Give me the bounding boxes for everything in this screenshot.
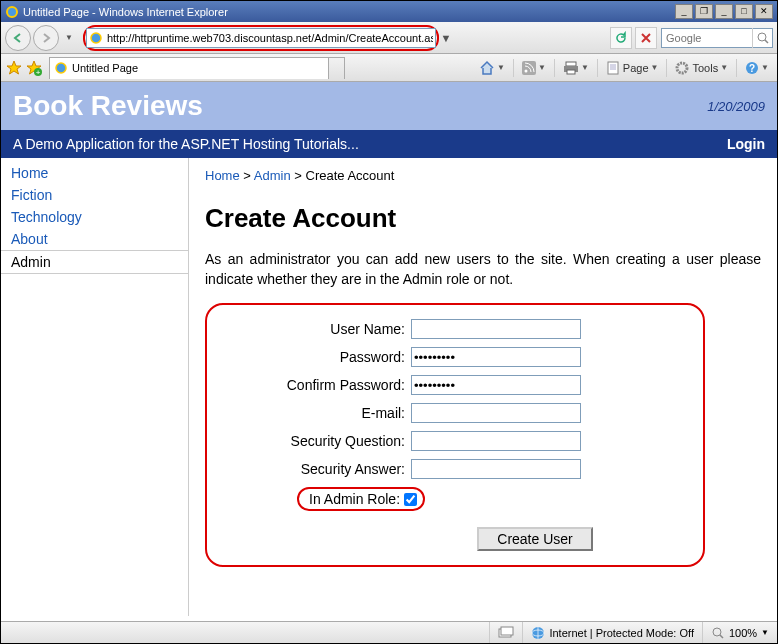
svg-point-1 [91,33,101,43]
svg-rect-12 [608,62,618,74]
page-icon [89,31,103,45]
search-button[interactable] [752,28,772,48]
svg-line-25 [720,635,723,638]
tab-title: Untitled Page [72,62,138,74]
favorites-star-icon[interactable] [5,59,23,77]
status-popup-icon[interactable] [489,622,522,643]
svg-text:+: + [36,68,41,77]
status-zone[interactable]: Internet | Protected Mode: Off [522,622,702,643]
main-content: Home > Admin > Create Account Create Acc… [189,158,777,616]
new-tab-button[interactable] [329,57,345,79]
status-zoom[interactable]: 100% ▼ [702,622,777,643]
admin-role-label: In Admin Role: [301,491,404,507]
window-titlebar: Untitled Page - Windows Internet Explore… [1,1,777,22]
site-header: Book Reviews 1/20/2009 [1,82,777,130]
sidebar-item-home[interactable]: Home [1,162,188,184]
page-heading: Create Account [205,203,761,234]
site-subheader: A Demo Application for the ASP.NET Hosti… [1,130,777,158]
security-answer-input[interactable] [411,459,581,479]
add-favorites-icon[interactable]: + [25,59,43,77]
page-menu[interactable]: Page ▼ [602,59,663,77]
help-button[interactable]: ? ▼ [741,59,773,77]
nav-drop-icon[interactable]: ▼ [65,33,73,42]
svg-point-24 [713,628,721,636]
close-button[interactable]: ✕ [755,4,773,19]
address-bar[interactable] [86,28,436,48]
home-button[interactable]: ▼ [475,58,509,78]
confirm-password-label: Confirm Password: [221,377,411,393]
minimize2-button[interactable]: _ [715,4,733,19]
security-answer-label: Security Answer: [221,461,411,477]
search-input[interactable] [662,32,752,44]
svg-line-3 [765,40,768,43]
status-bar: Internet | Protected Mode: Off 100% ▼ [1,621,777,643]
tab-page-icon [54,61,68,75]
search-box[interactable] [661,28,773,48]
sidebar-nav: Home Fiction Technology About Admin [1,158,189,616]
login-link[interactable]: Login [727,136,765,152]
breadcrumb-home[interactable]: Home [205,168,240,183]
svg-point-8 [525,69,528,72]
tab-toolbar: + Untitled Page ▼ ▼ ▼ Page ▼ [1,54,777,82]
form-highlight-annotation: User Name: Password: Confirm Password: E… [205,303,705,567]
svg-text:?: ? [749,63,755,74]
browser-tab[interactable]: Untitled Page [49,57,329,79]
forward-button[interactable] [33,25,59,51]
address-input[interactable] [105,32,435,44]
print-button[interactable]: ▼ [559,59,593,77]
create-user-button[interactable]: Create User [477,527,592,551]
maximize-button[interactable]: □ [735,4,753,19]
page-intro: As an administrator you can add new user… [205,250,761,289]
svg-point-0 [7,7,17,17]
feeds-button[interactable]: ▼ [518,59,550,77]
svg-rect-20 [501,627,513,635]
stop-button[interactable] [635,27,657,49]
svg-point-2 [758,33,766,41]
svg-rect-9 [566,62,576,66]
navigation-bar: ▼ ▼ [1,22,777,54]
site-date: 1/20/2009 [707,99,765,114]
sidebar-item-about[interactable]: About [1,228,188,250]
svg-point-6 [56,63,66,73]
address-dropdown[interactable]: ▼ [439,32,453,44]
breadcrumb-admin[interactable]: Admin [254,168,291,183]
email-label: E-mail: [221,405,411,421]
breadcrumb: Home > Admin > Create Account [205,168,761,183]
admin-role-highlight-annotation: In Admin Role: [297,487,425,511]
site-subtitle: A Demo Application for the ASP.NET Hosti… [13,136,727,152]
confirm-password-input[interactable] [411,375,581,395]
refresh-button[interactable] [610,27,632,49]
security-question-input[interactable] [411,431,581,451]
password-input[interactable] [411,347,581,367]
restore-button[interactable]: ❐ [695,4,713,19]
window-title: Untitled Page - Windows Internet Explore… [23,6,675,18]
site-title: Book Reviews [13,90,203,122]
tools-menu[interactable]: Tools ▼ [671,59,732,77]
minimize-button[interactable]: _ [675,4,693,19]
url-highlight-annotation [83,25,439,51]
username-input[interactable] [411,319,581,339]
back-button[interactable] [5,25,31,51]
breadcrumb-current: Create Account [306,168,395,183]
username-label: User Name: [221,321,411,337]
email-input[interactable] [411,403,581,423]
admin-role-checkbox[interactable] [404,493,417,506]
sidebar-item-admin[interactable]: Admin [1,250,188,274]
svg-point-16 [677,63,687,73]
ie-icon [5,5,19,19]
sidebar-item-fiction[interactable]: Fiction [1,184,188,206]
sidebar-item-technology[interactable]: Technology [1,206,188,228]
security-question-label: Security Question: [221,433,411,449]
svg-rect-11 [567,70,575,74]
password-label: Password: [221,349,411,365]
